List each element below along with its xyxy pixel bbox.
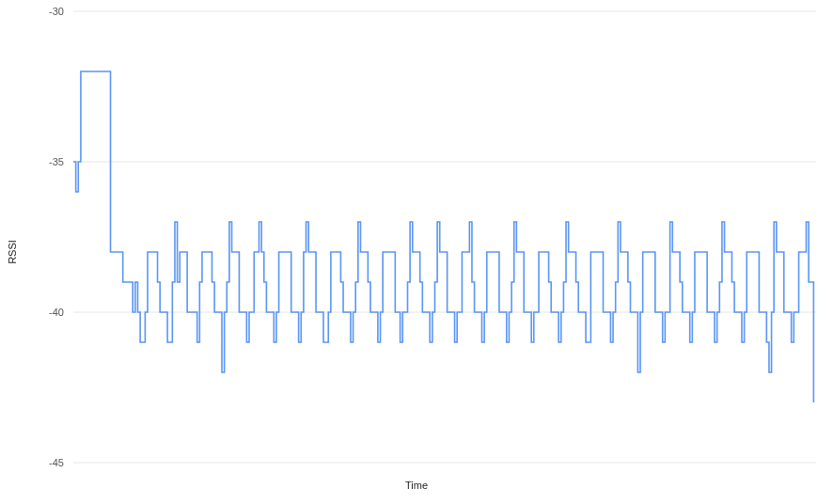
y-tick-label: -45: [49, 457, 73, 468]
y-tick-label: -40: [49, 307, 73, 318]
y-tick-label: -30: [49, 6, 73, 17]
rssi-line-chart: RSSI Time -30 -35 -40 -45: [0, 0, 833, 504]
rssi-series-line: [73, 71, 813, 402]
plot-area: -30 -35 -40 -45: [73, 11, 816, 463]
grid-lines: [73, 11, 816, 463]
x-axis-label: Time: [405, 480, 428, 491]
y-axis-label: RSSI: [7, 240, 18, 264]
y-tick-label: -35: [49, 156, 73, 167]
chart-svg: [73, 11, 816, 463]
